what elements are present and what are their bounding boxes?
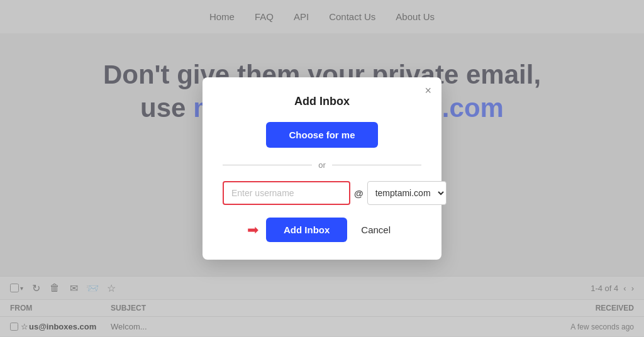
or-divider: or [223,160,421,170]
modal-actions: ➡ Add Inbox Cancel [223,218,421,242]
username-row: @ temptami.com [223,181,421,205]
divider-line-left [223,165,312,165]
choose-for-me-button[interactable]: Choose for me [266,122,377,148]
or-text: or [318,160,326,170]
modal-title: Add Inbox [223,95,421,108]
add-inbox-button[interactable]: Add Inbox [266,218,347,242]
domain-select[interactable]: temptami.com [367,181,447,205]
at-sign: @ [354,188,364,199]
divider-line-right [332,165,421,165]
add-inbox-modal: × Add Inbox Choose for me or @ temptami.… [203,77,441,260]
arrow-right-icon: ➡ [247,222,258,238]
username-input[interactable] [223,181,350,205]
modal-close-button[interactable]: × [425,85,431,96]
modal-overlay: × Add Inbox Choose for me or @ temptami.… [0,0,644,337]
cancel-button[interactable]: Cancel [355,218,397,242]
